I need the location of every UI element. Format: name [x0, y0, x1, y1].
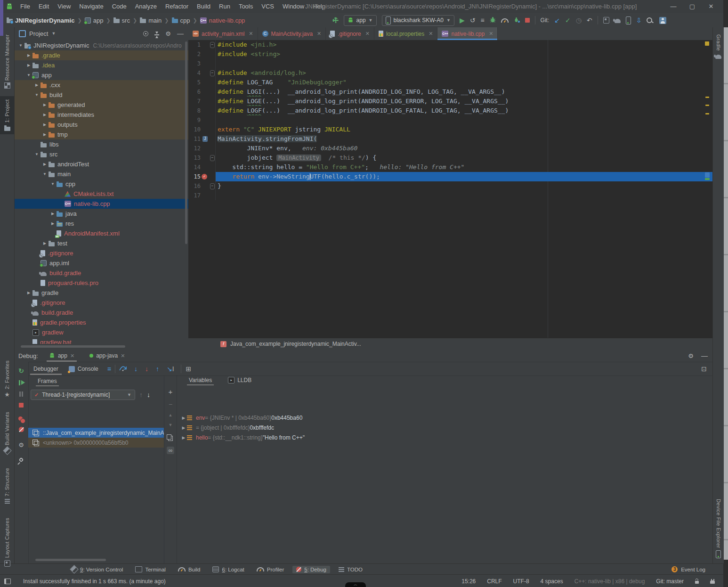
build-hammer-icon[interactable]: ⚒ — [331, 16, 340, 25]
move-watch-up-icon[interactable]: ▲ — [169, 413, 173, 417]
tree-item-.gradle[interactable]: ▶ .gradle — [14, 50, 188, 60]
code-line-6[interactable]: 6 #define LOGI(...) __android_log_print(… — [188, 87, 712, 97]
toolwindow-button-profiler[interactable]: Profiler — [253, 566, 288, 573]
debug-tab-Console[interactable]: Console — [64, 363, 104, 375]
editor-tab-native-lib.cpp[interactable]: C++native-lib.cpp ✕ — [437, 27, 498, 40]
code-editor[interactable]: 1 − #include <jni.h> 2 #include <string>… — [188, 40, 712, 338]
line-separator-indicator[interactable]: CRLF — [487, 578, 502, 585]
device-manager-icon[interactable] — [603, 17, 609, 24]
tool-stripe-build-variants[interactable]: Build Variants — [0, 408, 14, 457]
editor-tab-.gitignore[interactable]: .gitignore ✕ — [326, 27, 374, 40]
warning-stripe-marker[interactable] — [705, 97, 709, 98]
tree-item-gradle.properties[interactable]: gradle.properties — [14, 318, 188, 327]
editor-tab-local.properties[interactable]: local.properties ✕ — [374, 27, 438, 40]
add-watch-icon[interactable]: + — [169, 388, 173, 395]
maximize-button[interactable]: ▢ — [683, 0, 702, 13]
event-log-button[interactable]: 3 Event Log — [671, 566, 705, 572]
taskbar-peek-handle[interactable]: ︿ — [345, 582, 366, 587]
toolwindow-button-todo[interactable]: TODO — [335, 566, 366, 573]
variable-row[interactable]: ▶ hello = {std::__ndk1::string} "Hello f… — [177, 432, 712, 442]
collapse-all-icon[interactable] — [154, 34, 159, 35]
view-breakpoints-list-icon[interactable] — [18, 416, 23, 421]
debug-settings-gear-icon[interactable]: ⚙ — [688, 353, 694, 359]
tree-item-tmp[interactable]: ▶ tmp — [14, 130, 188, 139]
expand-variable-icon[interactable]: ▶ — [180, 416, 187, 420]
breadcrumb-JNIRegisterDynamic[interactable]: JNIRegisterDynamic — [7, 17, 74, 24]
code-line-9[interactable]: 9 — [188, 115, 712, 125]
menu-refactor[interactable]: Refactor — [161, 0, 193, 13]
restore-layout-icon[interactable]: ⊡ — [701, 366, 707, 372]
lldb-tab[interactable]: ▸ LLDB — [224, 375, 255, 385]
code-line-15[interactable]: 15 ✓ return env->NewStringUTF(hello.c_st… — [188, 172, 712, 181]
tree-item-src[interactable]: ▼ src — [14, 149, 188, 159]
debug-session-tab-app-java[interactable]: app-java✕ — [85, 350, 129, 362]
fold-marker-icon[interactable]: − — [210, 183, 215, 189]
fold-marker-icon[interactable]: − — [210, 42, 215, 48]
breadcrumb-src[interactable]: src — [113, 17, 130, 24]
project-panel-title[interactable]: Project — [29, 30, 48, 37]
tree-item-JNIRegisterDynamic[interactable]: ▼ JNIRegisterDynamic C:\Users\asura\sour… — [14, 41, 188, 50]
toolwindow-button-logcat[interactable]: 6: Logcat — [209, 565, 248, 573]
frames-tab[interactable]: Frames — [34, 376, 61, 386]
code-line-5[interactable]: 5 #define LOG_TAG "JniDebugLogger" — [188, 78, 712, 87]
tree-item-.gitignore[interactable]: .gitignore — [14, 298, 188, 308]
debugger-settings-icon[interactable]: ⚙ — [18, 442, 24, 448]
layout-inspector-icon[interactable] — [626, 16, 631, 24]
variable-row[interactable]: ▶ env = {JNIEnv * | 0xb445ba60} 0xb445ba… — [177, 413, 712, 423]
tree-item-main[interactable]: ▼ main — [14, 169, 188, 179]
tree-item-app.iml[interactable]: app.iml — [14, 258, 188, 268]
expand-variable-icon[interactable]: ▶ — [180, 435, 187, 440]
breadcrumb-app[interactable]: app — [85, 17, 104, 24]
editor-tab-activity_main.xml[interactable]: </>activity_main.xml ✕ — [188, 27, 258, 40]
jni-java-marker-icon[interactable]: J — [202, 136, 208, 142]
close-tab-icon[interactable]: ✕ — [489, 31, 493, 37]
fold-marker-icon[interactable]: − — [210, 70, 215, 76]
code-line-10[interactable]: 10 extern "C" JNIEXPORT jstring JNICALL — [188, 125, 712, 134]
native-function-breadcrumb[interactable]: Java_com_example_jniregisterdynamic_Main… — [230, 341, 361, 347]
layout-settings-icon[interactable]: ≡ — [107, 366, 111, 372]
menu-navigate[interactable]: Navigate — [75, 0, 107, 13]
remove-watch-icon[interactable]: − — [169, 401, 172, 408]
minimize-button[interactable]: — — [664, 0, 683, 13]
code-line-1[interactable]: 1 − #include <jni.h> — [188, 40, 712, 49]
tree-item-AndroidManifest.xml[interactable]: AndroidManifest.xml — [14, 228, 188, 238]
breadcrumb-cpp[interactable]: cpp — [172, 17, 190, 24]
status-message[interactable]: Install successfully finished in 1 s 663… — [23, 578, 166, 585]
sync-gradle-icon[interactable] — [615, 19, 621, 23]
close-tab-icon[interactable]: ✕ — [249, 31, 253, 37]
git-history-icon[interactable]: ◷ — [576, 17, 582, 24]
close-tab-icon[interactable]: ✕ — [365, 31, 370, 37]
emulator-icon[interactable] — [710, 580, 715, 584]
editor-tab-MainActivity.java[interactable]: CMainActivity.java ✕ — [258, 27, 326, 40]
fold-marker-icon[interactable]: − — [210, 155, 215, 161]
tree-item-gradle[interactable]: ▶ gradle — [14, 288, 188, 298]
profiler-icon[interactable] — [501, 18, 509, 23]
debug-button[interactable] — [490, 16, 496, 24]
step-into-icon[interactable]: ↓ — [134, 366, 138, 372]
readonly-lock-icon[interactable] — [695, 581, 699, 584]
toolwindow-toggle-icon[interactable] — [4, 579, 11, 584]
tool-stripe-7-structure[interactable]: 7: Structure — [0, 465, 14, 506]
step-over-icon[interactable] — [119, 366, 127, 373]
close-tab-icon[interactable]: ✕ — [317, 31, 321, 37]
attach-debugger-icon[interactable] — [514, 16, 520, 24]
tree-item-intermediates[interactable]: ▶ intermediates — [14, 110, 188, 120]
code-line-13[interactable]: 13 − jobject MainActivity /* this */) { — [188, 153, 712, 163]
debug-tab-Debugger[interactable]: Debugger — [28, 363, 64, 375]
hide-debug-panel-icon[interactable]: — — [701, 352, 708, 359]
expand-variable-icon[interactable]: ▶ — [180, 425, 187, 430]
tree-item-gradlew.bat[interactable]: gradlew.bat — [14, 337, 188, 344]
tree-item-.idea[interactable]: ▶ .idea — [14, 60, 188, 70]
tree-item-res[interactable]: ▶ res — [14, 219, 188, 228]
tool-stripe-gradle[interactable]: Gradle — [713, 31, 724, 62]
git-commit-icon[interactable]: ✓ — [565, 17, 571, 24]
code-line-14[interactable]: 14 std::string hello = "Hello from C++";… — [188, 163, 712, 172]
previous-frame-icon[interactable]: ↑ — [139, 391, 143, 398]
sdk-manager-icon[interactable]: ⇩ — [636, 17, 642, 24]
tree-item-build.gradle[interactable]: build.gradle — [14, 308, 188, 318]
git-update-icon[interactable]: ↙ — [554, 17, 560, 24]
code-line-17[interactable]: 17 — [188, 191, 712, 200]
tree-item-test[interactable]: ▶ test — [14, 238, 188, 248]
tree-item-outputs[interactable]: ▶ outputs — [14, 120, 188, 130]
menu-edit[interactable]: Edit — [34, 0, 53, 13]
